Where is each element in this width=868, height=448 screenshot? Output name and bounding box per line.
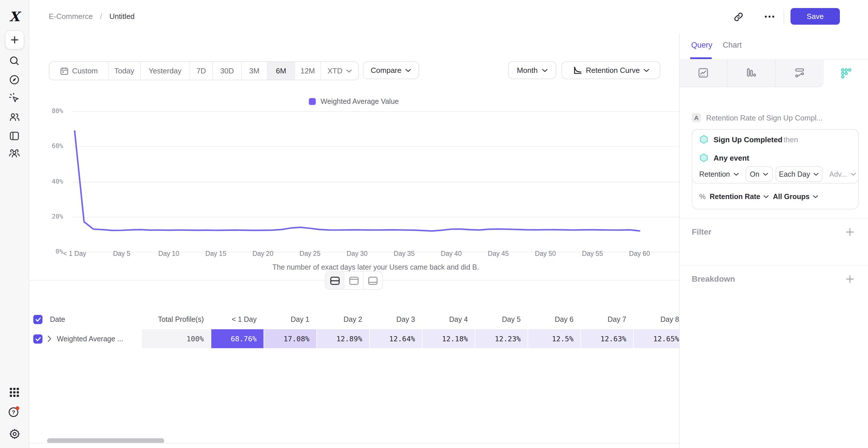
on-dropdown[interactable]: On [745, 166, 772, 182]
header-cell[interactable]: Day 1 [264, 310, 316, 329]
add-filter-button[interactable] [844, 226, 856, 238]
header-cell[interactable]: Day 4 [422, 310, 475, 329]
x-axis-caption: The number of exact days later your User… [72, 263, 679, 271]
chevron-down-icon [763, 172, 768, 176]
measure-dropdown[interactable]: Retention [699, 170, 739, 178]
header-cell[interactable]: Day 2 [316, 310, 369, 329]
value-cell: 68.76% [211, 329, 264, 348]
header-cell[interactable]: Day 5 [475, 310, 528, 329]
table-only-toggle[interactable] [363, 272, 382, 289]
panel-tab-bar: Query Chart [680, 33, 868, 60]
query-title[interactable]: Retention Rate of Sign Up Compl... [706, 113, 860, 122]
table-row: Weighted Average ...100%68.76%17.08%12.8… [29, 329, 679, 348]
settings-gear-icon[interactable] [0, 425, 29, 442]
chevron-down-icon [850, 172, 856, 176]
header-cell[interactable]: Day 7 [580, 310, 633, 329]
left-sidebar: X [0, 0, 29, 448]
tab-chart[interactable]: Chart [723, 41, 742, 49]
breadcrumb-project[interactable]: E-Commerce [49, 12, 93, 21]
value-cell: 12.64% [369, 329, 422, 348]
value-cell: 12.23% [475, 329, 528, 348]
value-cell: 12.65% [633, 329, 679, 348]
breakdown-section-label: Breakdown [692, 274, 735, 283]
app-window: X [0, 0, 868, 448]
value-cell: 17.08% [264, 329, 316, 348]
advanced-dropdown[interactable]: Adv... [829, 170, 856, 178]
retention-line-series [29, 33, 679, 288]
report-type-strip [680, 59, 868, 87]
chevron-down-icon [813, 195, 818, 199]
top-header: E-Commerce / Untitled Save [29, 0, 868, 34]
chevron-down-icon [733, 172, 739, 176]
breadcrumb: E-Commerce / Untitled [49, 12, 135, 21]
row-label-cell[interactable]: Weighted Average ... [29, 329, 141, 348]
check-icon [35, 336, 41, 342]
groups-dropdown[interactable]: All Groups [773, 193, 818, 201]
apps-grid-icon[interactable] [0, 384, 29, 401]
insights-icon[interactable] [680, 59, 727, 87]
tab-query[interactable]: Query [691, 41, 712, 49]
rate-row: % Retention Rate All Groups [699, 191, 818, 203]
query-panel: Query Chart A Retention Rate of Sign Up … [679, 33, 868, 448]
value-cell: 12.63% [580, 329, 633, 348]
layout-toggle-group [325, 271, 383, 290]
chevron-down-icon [764, 195, 769, 199]
value-cell: 12.18% [422, 329, 475, 348]
click-cursor-icon[interactable] [0, 90, 29, 107]
percent-prefix: % [699, 193, 706, 201]
event-step-row[interactable]: Any event [699, 152, 749, 164]
row-checkbox[interactable] [33, 334, 42, 343]
value-cell: 100% [141, 329, 211, 348]
mixpanel-logo-icon[interactable]: X [0, 7, 29, 25]
header-divider [784, 9, 784, 24]
breadcrumb-report-title[interactable]: Untitled [110, 12, 135, 21]
bucket-dropdown[interactable]: Each Day [775, 166, 823, 182]
table-header-row: DateTotal Profile(s)< 1 DayDay 1Day 2Day… [29, 310, 679, 329]
funnels-icon[interactable] [727, 59, 776, 87]
boards-icon[interactable] [0, 127, 29, 144]
help-icon[interactable]: ? [0, 403, 29, 420]
search-icon[interactable] [0, 52, 29, 69]
check-icon [35, 317, 41, 322]
flows-icon[interactable] [775, 59, 824, 87]
header-cell[interactable]: Day 3 [369, 310, 422, 329]
event-step-row[interactable]: Sign Up Completedthen [699, 134, 798, 145]
chevron-down-icon [813, 172, 818, 176]
header-cell[interactable]: Day 6 [528, 310, 580, 329]
header-cell[interactable]: Total Profile(s) [141, 310, 211, 329]
users-icon[interactable] [0, 108, 29, 126]
expand-chevron-icon[interactable] [48, 336, 52, 342]
metric-dropdown[interactable]: Retention Rate [710, 193, 769, 201]
cohorts-icon[interactable] [0, 145, 29, 162]
retention-controls-row: Retention On Each Day Adv... [699, 166, 856, 182]
svg-text:?: ? [12, 409, 15, 415]
chart-only-toggle[interactable] [344, 272, 363, 289]
filter-section-label: Filter [692, 227, 711, 236]
add-breakdown-button[interactable] [844, 273, 856, 284]
header-cell[interactable]: < 1 Day [211, 310, 264, 329]
notification-dot [16, 406, 19, 410]
header-cell[interactable]: Day 8 [633, 310, 679, 329]
query-step-badge: A [692, 113, 701, 122]
retention-icon[interactable] [824, 59, 868, 87]
save-button[interactable]: Save [790, 8, 840, 25]
compass-icon[interactable] [0, 71, 29, 88]
value-cell: 12.89% [316, 329, 369, 348]
split-view-toggle[interactable] [326, 272, 344, 289]
report-content: CustomTodayYesterday7D30D3M6M12MXTD Comp… [29, 33, 679, 448]
event-hexagon-icon [699, 135, 708, 144]
value-cell: 12.5% [528, 329, 580, 348]
header-cell: Date [29, 310, 141, 329]
create-plus-icon[interactable] [0, 31, 29, 48]
row-checkbox[interactable] [33, 315, 42, 324]
link-icon[interactable] [730, 9, 746, 25]
query-card: Sign Up Completedthen Any event Retentio… [692, 129, 859, 209]
ellipsis-icon[interactable] [761, 9, 777, 25]
event-hexagon-icon [699, 153, 708, 162]
